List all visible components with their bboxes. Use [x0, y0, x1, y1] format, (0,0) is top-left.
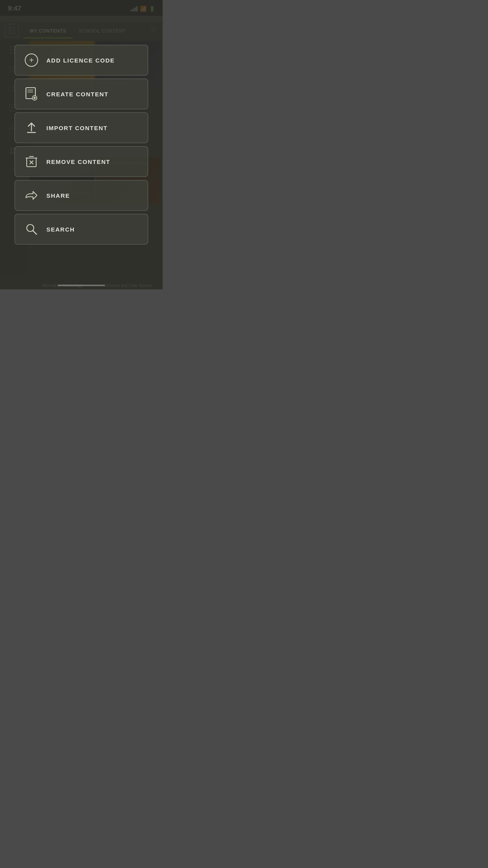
import-content-item[interactable]: IMPORT CONTENT: [15, 112, 148, 143]
search-item[interactable]: SEARCH: [15, 214, 148, 245]
svg-line-27: [33, 231, 37, 234]
home-indicator: [58, 285, 105, 286]
doc-plus-icon: [25, 87, 38, 101]
create-content-item[interactable]: CREATE CONTENT: [15, 79, 148, 109]
circle-plus-icon: +: [25, 53, 38, 67]
trash-x-icon: [26, 155, 37, 168]
remove-content-icon: [24, 154, 39, 169]
share-label: SHARE: [46, 192, 70, 199]
upload-arrow-icon: [25, 121, 38, 134]
create-content-icon: [24, 87, 39, 101]
create-content-label: CREATE CONTENT: [46, 91, 108, 97]
search-icon: [24, 222, 39, 236]
import-content-icon: [24, 121, 39, 135]
add-licence-code-item[interactable]: + ADD LICENCE CODE: [15, 45, 148, 75]
remove-content-item[interactable]: REMOVE CONTENT: [15, 146, 148, 177]
import-content-label: IMPORT CONTENT: [46, 125, 108, 131]
share-icon: [24, 188, 39, 202]
share-item[interactable]: SHARE: [15, 180, 148, 211]
share-arrow-icon: [25, 190, 38, 201]
search-label: SEARCH: [46, 226, 75, 233]
search-magnifier-icon: [25, 223, 38, 235]
action-menu: + ADD LICENCE CODE CREATE CONTENT IMPORT…: [15, 45, 148, 245]
add-licence-code-label: ADD LICENCE CODE: [46, 57, 115, 64]
remove-content-label: REMOVE CONTENT: [46, 158, 110, 165]
add-licence-code-icon: +: [24, 53, 39, 67]
